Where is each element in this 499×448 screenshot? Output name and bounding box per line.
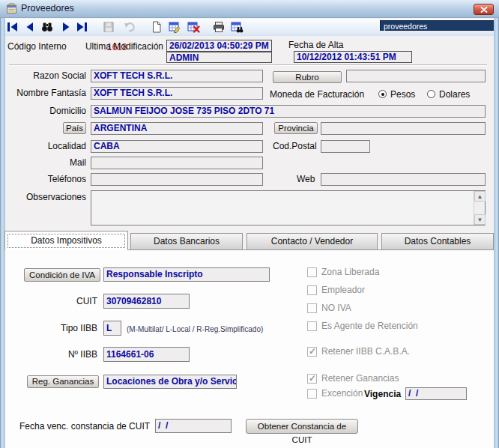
tab-label: Datos Contables [405, 236, 471, 246]
obtener-constancia-cuit-button[interactable]: Obtener Constancia de CUIT [246, 419, 358, 434]
toolbar: proveedores [0, 19, 499, 36]
scroll-up-icon[interactable]: ▲ [474, 191, 486, 202]
cod-postal-field[interactable] [321, 140, 370, 153]
localidad-field[interactable]: CABA [91, 140, 263, 153]
first-record-icon[interactable] [6, 20, 19, 34]
checkbox-empleador[interactable]: Empleador [307, 285, 365, 295]
checkbox-label: NO IVA [321, 303, 351, 313]
nro-iibb-label: Nº IIBB [15, 348, 97, 361]
checkbox-label: Excención [321, 388, 363, 399]
window-title: Proveedores [21, 3, 74, 13]
nombre-fantasia-field[interactable]: XOFT TECH S.R.L. [91, 87, 263, 100]
fecha-alta-label: Fecha de Alta [288, 39, 343, 52]
edit-record-icon[interactable] [168, 20, 181, 34]
domicilio-field[interactable]: SALMUN FEIJOO JOSE 735 PISO 2DTO 71 [91, 105, 486, 118]
print-icon[interactable] [212, 20, 226, 34]
tab-contacto-vendedor[interactable]: Contacto / Vendedor [247, 233, 378, 249]
web-field[interactable] [321, 173, 486, 186]
localidad-label: Localidad [4, 140, 86, 153]
tab-datos-impositivos[interactable]: Datos Impositivos [4, 231, 128, 250]
tab-label: Datos Bancarios [154, 236, 220, 246]
close-icon [480, 7, 488, 13]
checkbox-icon [307, 389, 317, 399]
observaciones-scrollbar[interactable]: ▲ ▼ [474, 191, 485, 225]
observaciones-textarea[interactable]: ▲ ▼ [91, 190, 486, 225]
reg-ganancias-button[interactable]: Reg. Ganancias [27, 375, 99, 388]
telefonos-field[interactable] [91, 173, 263, 186]
tab-focus-rect [7, 234, 125, 248]
domicilio-label: Domicilio [4, 105, 86, 118]
radio-pesos[interactable] [378, 90, 387, 98]
checkbox-label: Retener IIBB C.A.B.A. [321, 346, 410, 357]
ultima-modificacion-fecha: 26/02/2013 04:50:29 PM [166, 40, 272, 52]
pais-button[interactable]: País [63, 122, 86, 134]
close-button[interactable] [474, 4, 494, 15]
pais-field[interactable]: ARGENTINA [91, 122, 263, 135]
checkbox-no-iva[interactable]: NO IVA [307, 303, 351, 313]
condicion-iva-field[interactable]: Responsable Inscripto [103, 267, 270, 282]
checkbox-label: Zona Liberada [321, 267, 379, 277]
tipo-iibb-field[interactable]: L [103, 321, 121, 336]
tab-datos-contables[interactable]: Datos Contables [381, 233, 494, 249]
next-record-icon[interactable] [59, 20, 73, 34]
vigencia-label: Vigencia [364, 388, 401, 401]
checkbox-retener-ganancias[interactable]: Retener Ganancias [307, 373, 399, 384]
checkbox-icon [307, 285, 317, 295]
fecha-alta-value: 10/12/2012 01:43:51 PM [294, 51, 412, 63]
checkbox-retener-iibb-caba[interactable]: Retener IIBB C.A.B.A. [307, 346, 410, 357]
cod-postal-label: Cod.Postal [273, 140, 317, 153]
proveedores-window: Proveedores [0, 0, 499, 448]
scroll-down-icon[interactable]: ▼ [474, 214, 486, 225]
condicion-iva-button[interactable]: Condición de IVA [24, 268, 100, 282]
checkbox-zona-liberada[interactable]: Zona Liberada [307, 267, 379, 277]
ultima-modificacion-label: Ultima Modificación [81, 40, 163, 53]
radio-dolares-label: Dolares [439, 88, 470, 101]
tipo-iibb-label: Tipo IIBB [15, 322, 97, 335]
checkbox-icon [307, 347, 317, 357]
checkbox-agente-retencion[interactable]: Es Agente de Retención [307, 321, 418, 331]
reg-ganancias-field[interactable]: Locaciones de Obra y/o Servicio [103, 375, 237, 389]
observaciones-label: Observaciones [4, 191, 86, 204]
cuit-field[interactable]: 30709462810 [103, 294, 190, 309]
mail-field[interactable] [91, 157, 263, 169]
web-label: Web [297, 173, 315, 186]
window-right-border [494, 18, 499, 448]
codigo-interno-label: Código Interno [7, 40, 67, 53]
razon-social-label: Razon Social [4, 70, 86, 82]
radio-dolares[interactable] [427, 90, 435, 98]
checkbox-icon [307, 374, 317, 384]
vigencia-field[interactable]: / / [405, 387, 467, 400]
fecha-venc-cuit-field[interactable]: / / [155, 419, 232, 433]
checkbox-label: Retener Ganancias [321, 373, 399, 384]
checkbox-icon [307, 321, 317, 331]
save-icon-disabled[interactable] [102, 20, 115, 34]
razon-social-field[interactable]: XOFT TECH S.R.L. [91, 70, 263, 82]
last-record-icon[interactable] [75, 20, 88, 34]
moneda-label: Moneda de Facturación [270, 88, 364, 101]
new-record-icon[interactable] [150, 20, 163, 34]
checkbox-label: Es Agente de Retención [321, 321, 418, 331]
record-name-badge: proveedores [380, 20, 499, 31]
header-separator [9, 64, 487, 66]
tab-label: Contacto / Vendedor [271, 236, 353, 246]
delete-record-icon[interactable] [187, 20, 200, 34]
search-binoculars-icon[interactable] [40, 20, 54, 34]
rubro-field[interactable] [346, 70, 486, 82]
telefonos-label: Teléfonos [4, 173, 86, 186]
fecha-venc-cuit-label: Fecha venc. constancia de CUIT [19, 420, 150, 433]
nro-iibb-field[interactable]: 1164661-06 [103, 347, 190, 362]
tab-datos-bancarios[interactable]: Datos Bancarios [130, 233, 243, 249]
cuit-label: CUIT [15, 295, 97, 308]
provincia-field[interactable] [321, 122, 486, 135]
previous-record-icon[interactable] [23, 20, 37, 34]
title-bar[interactable]: Proveedores [0, 0, 499, 18]
checkbox-excencion[interactable]: Excención [307, 388, 363, 399]
provincia-button[interactable]: Provincia [274, 122, 318, 134]
tipo-iibb-hint: (M-Multilat/ L-Local / R-Reg.Simplificad… [127, 323, 263, 336]
checkbox-label: Empleador [321, 285, 365, 295]
undo-icon-disabled[interactable] [123, 20, 136, 34]
checkbox-icon [307, 267, 317, 277]
radio-pesos-label: Pesos [390, 88, 415, 101]
find-record-icon[interactable] [230, 20, 244, 34]
rubro-button[interactable]: Rubro [273, 71, 342, 83]
